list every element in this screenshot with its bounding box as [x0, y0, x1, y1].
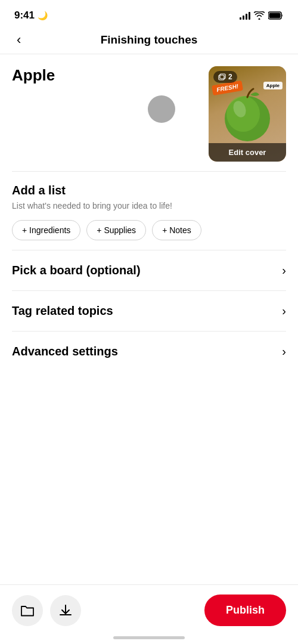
status-bar: 9:41 🌙	[0, 0, 298, 29]
home-indicator	[113, 636, 185, 639]
page-title: Finishing touches	[101, 33, 198, 47]
back-button[interactable]: ‹	[12, 30, 26, 50]
folder-button[interactable]	[12, 595, 43, 626]
tag-topics-chevron: ›	[282, 304, 286, 318]
wifi-icon	[254, 11, 265, 20]
svg-rect-6	[220, 74, 225, 79]
ingredients-tag[interactable]: + Ingredients	[12, 220, 80, 240]
bottom-toolbar: Publish	[0, 584, 298, 644]
bottom-left-actions	[12, 595, 81, 626]
signal-icon	[240, 11, 250, 20]
pin-title: Apple	[12, 66, 199, 85]
battery-icon	[268, 11, 284, 20]
add-list-subtitle: List what's needed to bring your idea to…	[12, 201, 286, 210]
pick-board-label: Pick a board (optional)	[12, 264, 141, 277]
tag-row: + Ingredients + Supplies + Notes	[12, 220, 286, 240]
download-button[interactable]	[50, 595, 81, 626]
svg-rect-1	[269, 13, 281, 18]
status-icons	[240, 11, 284, 20]
tag-topics-row[interactable]: Tag related topics ›	[12, 290, 286, 331]
nav-header: ‹ Finishing touches	[0, 29, 298, 54]
cover-image-container: FRESH! Apple Edit cover 2	[209, 66, 286, 162]
folder-icon	[20, 604, 35, 617]
apple-label-tag: Apple	[263, 82, 283, 89]
image-count: 2	[228, 73, 232, 81]
title-section: Apple	[12, 54, 286, 171]
title-left: Apple	[12, 66, 209, 125]
cursor-indicator	[148, 95, 175, 123]
pick-board-chevron: ›	[282, 264, 286, 277]
add-list-section: Add a list List what's needed to bring y…	[12, 171, 286, 250]
edit-cover-button[interactable]: Edit cover	[209, 143, 286, 162]
advanced-settings-label: Advanced settings	[12, 345, 118, 358]
download-icon	[59, 604, 72, 617]
tag-topics-label: Tag related topics	[12, 304, 113, 318]
moon-icon: 🌙	[38, 11, 48, 20]
bottom-spacer	[12, 371, 286, 431]
publish-button[interactable]: Publish	[204, 595, 286, 626]
advanced-settings-chevron: ›	[282, 345, 286, 358]
title-input-area[interactable]	[12, 89, 199, 125]
pick-board-row[interactable]: Pick a board (optional) ›	[12, 250, 286, 290]
advanced-settings-row[interactable]: Advanced settings ›	[12, 331, 286, 371]
add-list-title: Add a list	[12, 184, 286, 197]
image-count-badge: 2	[213, 71, 237, 83]
notes-tag[interactable]: + Notes	[152, 220, 201, 240]
status-time: 9:41	[14, 10, 35, 21]
supplies-tag[interactable]: + Supplies	[86, 220, 146, 240]
svg-rect-5	[219, 75, 224, 80]
main-content: Apple	[0, 54, 298, 431]
